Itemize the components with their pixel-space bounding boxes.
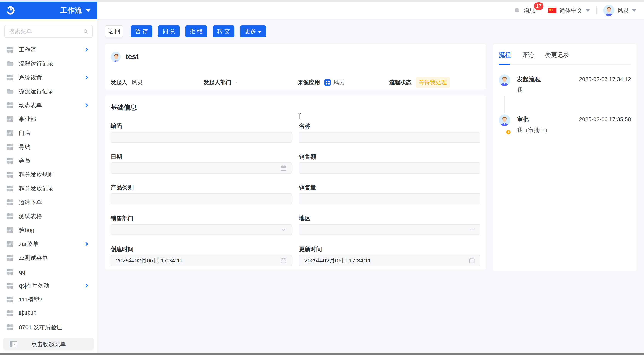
sidebar-menu-item[interactable]: 邀请下单 bbox=[0, 195, 97, 209]
sidebar-menu-item[interactable]: 导购 bbox=[0, 140, 97, 154]
field-input[interactable]: 2025年02月06日 17:34:11 bbox=[299, 255, 480, 266]
language-selector[interactable]: 简体中文 bbox=[548, 7, 590, 15]
sidebar-menu-item[interactable]: 微流运行记录 bbox=[0, 84, 97, 98]
sidebar-menu-item[interactable]: 流程运行记录 bbox=[0, 57, 97, 71]
action-button[interactable]: 转 交 bbox=[213, 26, 234, 37]
meta-item: 来源应用 风灵 bbox=[298, 79, 389, 86]
panel-tab[interactable]: 流程 bbox=[499, 51, 511, 64]
panel-tab-label: 流程 bbox=[499, 52, 511, 58]
caret-down-icon bbox=[632, 9, 636, 12]
sidebar-menu-item[interactable]: 会员 bbox=[0, 154, 97, 168]
search-input[interactable] bbox=[9, 28, 83, 35]
meta-label: 发起人 bbox=[110, 79, 127, 86]
action-button-label: 同 意 bbox=[162, 28, 175, 35]
grid-icon bbox=[6, 213, 14, 220]
grid-icon bbox=[6, 240, 14, 247]
chevron-right-icon bbox=[84, 283, 89, 288]
field-label: 日期 bbox=[110, 153, 292, 160]
field-input[interactable] bbox=[299, 162, 480, 174]
collapse-menu-button[interactable]: 点击收起菜单 bbox=[4, 338, 94, 350]
app-icon bbox=[324, 79, 331, 86]
sidebar-menu-item[interactable]: 咔咔咔 bbox=[0, 306, 97, 320]
sidebar-menu-item[interactable]: qq bbox=[0, 265, 97, 279]
process-meta-row: 发起人 风灵 发起人部门 - 来源应用 风灵 流程状态 bbox=[110, 77, 480, 88]
grid-icon bbox=[6, 296, 14, 303]
form-grid: 编码 名称 日期 销售额 产品类别 bbox=[110, 122, 480, 276]
panel-tab-label: 评论 bbox=[522, 52, 534, 58]
timeline-step-person: 我 bbox=[517, 86, 631, 94]
field-input[interactable] bbox=[299, 224, 480, 235]
avatar bbox=[499, 83, 510, 86]
field-input[interactable] bbox=[110, 224, 292, 235]
grid-icon bbox=[6, 324, 14, 331]
sidebar-menu-item[interactable]: 工作流 bbox=[0, 43, 97, 57]
meta-value: 风灵 bbox=[132, 79, 143, 86]
action-button[interactable]: 暂 存 bbox=[131, 26, 152, 37]
grid-icon bbox=[6, 171, 14, 178]
menu-item-label: qq bbox=[19, 268, 25, 275]
panel-tab[interactable]: 变更记录 bbox=[545, 51, 569, 64]
field-input[interactable] bbox=[110, 132, 292, 143]
field-label: 名称 bbox=[299, 122, 480, 129]
sidebar-search[interactable] bbox=[4, 25, 93, 38]
grid-icon bbox=[6, 46, 14, 53]
meta-value: - bbox=[236, 79, 238, 86]
sidebar-menu-item[interactable]: 系统设置 bbox=[0, 71, 97, 84]
sidebar-menu-item[interactable]: 事业部 bbox=[0, 112, 97, 126]
menu-item-label: qsj在用勿动 bbox=[19, 282, 49, 290]
menu-item-label: 工作流 bbox=[19, 46, 36, 54]
meta-label: 发起人部门 bbox=[203, 79, 231, 86]
caret-down-icon bbox=[586, 9, 590, 12]
sidebar-menu-item[interactable]: 动态表单 bbox=[0, 98, 97, 112]
action-button-label: 暂 存 bbox=[135, 28, 148, 35]
grid-icon bbox=[6, 310, 14, 317]
form-section-title: 基础信息 bbox=[110, 103, 480, 112]
panel-tab-label: 变更记录 bbox=[545, 52, 569, 58]
field-label: 销售量 bbox=[299, 184, 480, 191]
more-button[interactable]: 更多 bbox=[240, 26, 266, 37]
sidebar-menu-item[interactable]: 积分发放记录 bbox=[0, 182, 97, 195]
action-button[interactable]: 拒 绝 bbox=[186, 26, 207, 37]
field-input[interactable] bbox=[299, 132, 480, 143]
messages-entry[interactable]: 消息 17 bbox=[514, 7, 535, 15]
grid-icon bbox=[6, 185, 14, 192]
collapse-icon bbox=[10, 341, 17, 347]
form-field: 销售量 bbox=[299, 184, 480, 204]
back-button[interactable]: 返 回 bbox=[105, 26, 123, 37]
sidebar-menu-item[interactable]: 积分发放规则 bbox=[0, 168, 97, 182]
messages-label: 消息 bbox=[524, 7, 535, 15]
grid-icon bbox=[6, 157, 14, 164]
sidebar-menu-item[interactable]: zz测试菜单 bbox=[0, 251, 97, 265]
grid-icon bbox=[6, 74, 14, 81]
select-arrow-icon bbox=[469, 227, 475, 233]
grid-icon bbox=[6, 116, 14, 123]
meta-value: 等待我处理 bbox=[416, 77, 450, 88]
menu-item-label: 事业部 bbox=[19, 115, 36, 123]
language-label: 简体中文 bbox=[560, 7, 582, 15]
sidebar-menu-item[interactable]: 测试表格 bbox=[0, 209, 97, 223]
sidebar-menu-item[interactable]: 111模型2 bbox=[0, 292, 97, 306]
grid-icon bbox=[6, 102, 14, 109]
sidebar-menu-item[interactable]: 门店 bbox=[0, 126, 97, 140]
caret-down-icon[interactable] bbox=[86, 9, 91, 12]
user-menu[interactable]: 风灵 bbox=[603, 5, 636, 16]
field-input[interactable]: 2025年02月06日 17:34:11 bbox=[110, 255, 292, 266]
sidebar-menu-item[interactable]: 0701 发布后验证 bbox=[0, 320, 97, 334]
field-label: 创建时间 bbox=[110, 245, 292, 252]
field-input[interactable] bbox=[110, 162, 292, 174]
sidebar-menu-item[interactable]: 验bug bbox=[0, 223, 97, 237]
folder-icon bbox=[6, 60, 14, 67]
field-label: 地区 bbox=[299, 214, 480, 221]
menu-item-label: 积分发放规则 bbox=[19, 171, 54, 179]
panel-tab[interactable]: 评论 bbox=[522, 51, 534, 64]
horizontal-scrollbar[interactable] bbox=[0, 353, 644, 355]
sidebar-menu-item[interactable]: qsj在用勿动 bbox=[0, 279, 97, 292]
action-button[interactable]: 同 意 bbox=[158, 26, 180, 37]
top-bar-right: 消息 17 简体中文 风灵 bbox=[514, 2, 644, 19]
sidebar-menu-item[interactable]: zar菜单 bbox=[0, 237, 97, 251]
grid-icon bbox=[6, 143, 14, 150]
field-input[interactable] bbox=[110, 193, 292, 204]
field-input[interactable] bbox=[299, 193, 480, 204]
menu-item-label: 导购 bbox=[19, 143, 30, 151]
brand-area[interactable]: 工作流 bbox=[0, 2, 97, 19]
